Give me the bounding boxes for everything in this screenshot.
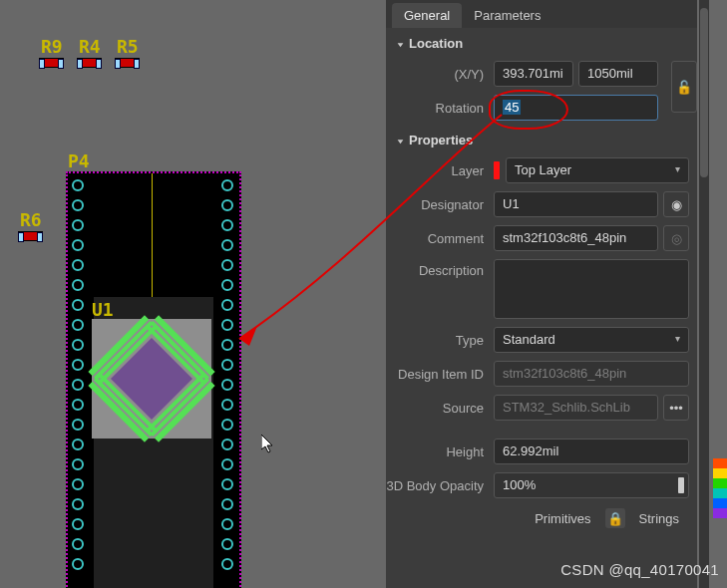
comment-input[interactable]: stm32f103c8t6_48pin — [494, 225, 658, 251]
designator-r6: R6 — [20, 211, 42, 229]
pad[interactable] — [221, 399, 233, 411]
type-label: Type — [386, 333, 494, 348]
component-r5[interactable] — [115, 58, 140, 68]
pad[interactable] — [221, 239, 233, 251]
pad[interactable] — [221, 538, 233, 550]
description-input[interactable] — [494, 259, 689, 319]
designator-visibility-button[interactable]: ◉ — [663, 191, 689, 217]
pad[interactable] — [221, 458, 233, 470]
pad[interactable] — [221, 558, 233, 570]
pad[interactable] — [72, 359, 84, 371]
pad[interactable] — [221, 319, 233, 331]
height-label: Height — [386, 444, 494, 459]
pad[interactable] — [72, 379, 84, 391]
pad[interactable] — [72, 538, 84, 550]
pad[interactable] — [72, 279, 84, 291]
chip-pins — [152, 379, 153, 380]
eye-icon: ◉ — [671, 197, 682, 212]
designator-r4: R4 — [79, 38, 101, 56]
designator-u1: U1 — [92, 301, 114, 319]
y-input[interactable]: 1050mil — [578, 61, 658, 87]
source-label: Source — [386, 401, 494, 416]
design-item-input: stm32f103c8t6_48pin — [494, 361, 689, 387]
pad[interactable] — [72, 558, 84, 570]
pad[interactable] — [221, 179, 233, 191]
pad[interactable] — [72, 219, 84, 231]
slider-thumb[interactable] — [678, 477, 684, 493]
component-r4[interactable] — [77, 58, 102, 68]
more-icon: ••• — [669, 401, 683, 416]
primitives-lock-button[interactable]: 🔒 — [605, 508, 625, 528]
opacity-slider[interactable]: 100% — [494, 472, 689, 498]
section-location[interactable]: Location — [386, 28, 697, 57]
pad[interactable] — [72, 518, 84, 530]
pad[interactable] — [72, 199, 84, 211]
pad[interactable] — [221, 259, 233, 271]
pad[interactable] — [221, 419, 233, 431]
pad[interactable] — [221, 498, 233, 510]
tab-parameters[interactable]: Parameters — [462, 3, 552, 28]
panel-scrollbar[interactable] — [699, 0, 709, 588]
mouse-cursor-icon — [261, 435, 275, 454]
pad[interactable] — [72, 239, 84, 251]
component-r6[interactable] — [18, 231, 43, 241]
pad[interactable] — [221, 279, 233, 291]
pad[interactable] — [72, 399, 84, 411]
strings-label: Strings — [639, 511, 679, 526]
designator-p4: P4 — [68, 152, 90, 170]
eye-off-icon: ◎ — [671, 231, 682, 246]
comment-label: Comment — [386, 231, 494, 246]
comment-visibility-button[interactable]: ◎ — [663, 225, 689, 251]
pad[interactable] — [221, 439, 233, 450]
designator-input[interactable]: U1 — [494, 191, 658, 217]
scrollbar-thumb[interactable] — [700, 8, 708, 177]
layer-label: Layer — [386, 163, 494, 178]
design-item-label: Design Item ID — [386, 367, 494, 382]
source-browse-button[interactable]: ••• — [663, 395, 689, 421]
pad[interactable] — [72, 339, 84, 351]
layer-color-gadget[interactable] — [713, 458, 727, 518]
type-select[interactable]: Standard — [494, 327, 689, 353]
watermark: CSDN @qq_40170041 — [560, 561, 719, 578]
tab-general[interactable]: General — [392, 3, 462, 28]
layer-select[interactable]: Top Layer — [506, 157, 689, 183]
pad[interactable] — [72, 419, 84, 431]
lock-open-icon: 🔓 — [676, 80, 692, 95]
designator-label: Designator — [386, 197, 494, 212]
component-r9[interactable] — [39, 58, 64, 68]
pad[interactable] — [72, 458, 84, 470]
pad[interactable] — [72, 319, 84, 331]
pad[interactable] — [72, 299, 84, 311]
pad[interactable] — [72, 478, 84, 490]
layer-color-swatch — [494, 161, 500, 179]
pad[interactable] — [72, 259, 84, 271]
location-lock-button[interactable]: 🔓 — [671, 61, 697, 113]
pad[interactable] — [72, 179, 84, 191]
properties-panel: General Parameters Location (X/Y) 393.70… — [386, 0, 697, 588]
tab-bar: General Parameters — [386, 0, 697, 28]
pad[interactable] — [72, 439, 84, 450]
pad[interactable] — [221, 219, 233, 231]
pad[interactable] — [221, 359, 233, 371]
x-input[interactable]: 393.701mi — [494, 61, 573, 87]
pad[interactable] — [221, 379, 233, 391]
pad[interactable] — [72, 498, 84, 510]
pad[interactable] — [221, 518, 233, 530]
primitives-label: Primitives — [535, 511, 590, 526]
pad[interactable] — [221, 299, 233, 311]
annotation-circle — [489, 90, 568, 130]
height-input[interactable]: 62.992mil — [494, 439, 689, 464]
section-properties[interactable]: Properties — [386, 125, 697, 153]
pad[interactable] — [221, 478, 233, 490]
opacity-label: 3D Body Opacity — [386, 478, 494, 493]
designator-r5: R5 — [117, 38, 139, 56]
designator-r9: R9 — [41, 38, 63, 56]
xy-label: (X/Y) — [386, 67, 494, 82]
source-input: STM32_Schlib.SchLib — [494, 395, 658, 421]
description-label: Description — [386, 259, 494, 278]
pad[interactable] — [221, 199, 233, 211]
pad[interactable] — [221, 339, 233, 351]
rotation-label: Rotation — [386, 101, 494, 116]
lock-closed-icon: 🔒 — [607, 511, 623, 526]
